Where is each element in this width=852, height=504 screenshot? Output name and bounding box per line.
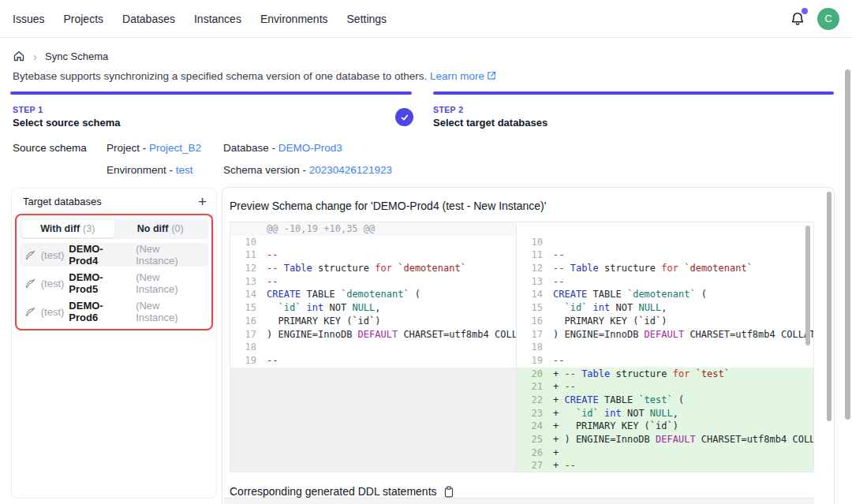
code-line: 14CREATE TABLE `demotenant` ( [230, 288, 516, 301]
line-content: + -- [553, 459, 813, 472]
tab-count: (0) [171, 223, 183, 234]
line-content: @@ -10,19 +10,35 @@ [267, 222, 516, 236]
line-content: `id` int NOT NULL, [267, 301, 516, 315]
page-vertical-scrollbar[interactable] [845, 69, 850, 420]
line-number: 13 [517, 275, 553, 289]
target-database-item[interactable]: (test)DEMO-Prod4(New Instance) [20, 243, 208, 267]
nav-item-databases[interactable]: Databases [122, 13, 175, 25]
code-line: 16 PRIMARY KEY (`id`) [230, 315, 516, 328]
line-content: + `id` int NOT NULL, [553, 407, 813, 420]
code-line: 22+ CREATE TABLE `test` ( [517, 394, 813, 407]
line-number: 14 [230, 288, 267, 301]
database-instance-suffix: (New Instance) [136, 271, 204, 295]
line-content: -- Table structure for `demotenant` [267, 262, 516, 275]
line-number: 12 [230, 262, 267, 275]
code-line: 16 PRIMARY KEY (`id`) [517, 315, 813, 328]
code-line: 17) ENGINE=InnoDB DEFAULT CHARSET=utf8mb… [230, 328, 516, 342]
code-line [517, 222, 813, 236]
copy-ddl-button[interactable] [443, 486, 454, 498]
nav-item-environments[interactable]: Environments [260, 13, 328, 25]
database-environment: (test) [41, 306, 65, 318]
code-line: 19-- [230, 354, 516, 368]
line-content: -- [267, 275, 516, 289]
line-content [267, 341, 516, 354]
diff-pane-modified[interactable]: 1011--12-- Table structure for `demotena… [516, 222, 813, 472]
line-content: -- [267, 354, 516, 368]
line-content: -- Table structure for `demotenant` [553, 262, 813, 275]
line-number: 21 [517, 380, 553, 394]
step2-progress-bar [433, 91, 834, 95]
home-icon[interactable] [13, 50, 25, 62]
schema-diff-editor[interactable]: @@ -10,19 +10,35 @@1011--12-- Table stru… [230, 222, 814, 472]
code-line: 26+ [517, 446, 813, 460]
nav-item-settings[interactable]: Settings [347, 13, 387, 25]
line-number: 23 [517, 407, 553, 420]
code-line: 27+ -- [517, 459, 813, 472]
line-number: 22 [517, 394, 553, 407]
line-content: + ) ENGINE=InnoDB DEFAULT CHARSET=utf8mb… [553, 433, 813, 446]
tab-with-diff[interactable]: With diff(3) [21, 220, 114, 237]
line-content [553, 222, 813, 236]
source-field-database: Database - DEMO-Prod3 [223, 142, 392, 154]
database-environment: (test) [41, 278, 65, 289]
add-target-database-button[interactable]: + [198, 196, 207, 207]
nav-item-instances[interactable]: Instances [194, 13, 241, 25]
code-line: 23+ `id` int NOT NULL, [517, 407, 813, 420]
step1-progress-bar [10, 91, 412, 95]
breadcrumb: › Sync Schema [13, 50, 108, 62]
line-content: + PRIMARY KEY (`id`) [553, 420, 813, 433]
check-icon [400, 113, 409, 122]
step1-title: Select source schema [13, 117, 121, 129]
line-number: 16 [517, 315, 553, 328]
code-line: 19-- [517, 354, 813, 368]
line-content: -- [553, 248, 813, 262]
field-value-link[interactable]: Project_B2 [149, 142, 201, 154]
line-content: -- [553, 354, 813, 368]
line-content: + -- Table structure for `test` [553, 368, 813, 381]
code-line: 24+ PRIMARY KEY (`id`) [517, 420, 813, 433]
code-line: 20+ -- Table structure for `test` [517, 368, 813, 381]
external-link-icon [487, 71, 496, 80]
panel-vertical-scrollbar[interactable] [827, 192, 831, 421]
nav-item-projects[interactable]: Projects [63, 13, 103, 25]
source-field-project: Project - Project_B2 [106, 142, 223, 154]
target-database-item[interactable]: (test)DEMO-Prod6(New Instance) [20, 300, 208, 323]
target-database-item[interactable]: (test)DEMO-Prod5(New Instance) [20, 271, 208, 295]
database-name: DEMO-Prod5 [69, 271, 131, 295]
line-number: 11 [517, 248, 553, 262]
line-number: 11 [230, 248, 267, 262]
tab-label: No diff [137, 223, 169, 234]
field-name: Project - [106, 142, 149, 154]
learn-more-link[interactable]: Learn more [430, 70, 484, 82]
mysql-dolphin-icon [24, 278, 36, 289]
code-line: 10 [230, 236, 516, 249]
line-content: PRIMARY KEY (`id`) [267, 315, 516, 328]
top-nav: IssuesProjectsDatabasesInstancesEnvironm… [0, 0, 852, 38]
line-number: 26 [517, 446, 553, 460]
editor-vertical-scrollbar[interactable] [805, 226, 810, 345]
code-line: 13-- [517, 275, 813, 289]
notifications-button[interactable] [789, 10, 806, 28]
avatar[interactable]: C [817, 8, 839, 30]
line-number: 10 [230, 236, 267, 249]
line-number: 15 [517, 301, 553, 315]
field-value-link[interactable]: 20230426121923 [309, 164, 392, 176]
tab-no-diff[interactable]: No diff(0) [114, 220, 207, 237]
line-number: 24 [517, 420, 553, 433]
code-line: 12-- Table structure for `demotenant` [517, 262, 813, 275]
nav-item-issues[interactable]: Issues [13, 13, 44, 25]
field-value-link[interactable]: test [176, 164, 193, 176]
line-content: `id` int NOT NULL, [553, 301, 813, 315]
field-name: Database - [223, 142, 278, 154]
line-number: 25 [517, 433, 553, 446]
intro-sentence: Bytebase supports synchronizing a specif… [13, 70, 427, 82]
line-number: 18 [517, 341, 553, 354]
mysql-dolphin-icon [24, 306, 36, 318]
database-name: DEMO-Prod6 [69, 300, 131, 323]
mysql-dolphin-icon [24, 249, 36, 261]
diff-pane-original[interactable]: @@ -10,19 +10,35 @@1011--12-- Table stru… [230, 222, 516, 472]
line-number: 15 [230, 301, 267, 315]
field-value-link[interactable]: DEMO-Prod3 [278, 142, 342, 154]
code-line: @@ -10,19 +10,35 @@ [230, 222, 516, 236]
line-content [553, 236, 813, 249]
